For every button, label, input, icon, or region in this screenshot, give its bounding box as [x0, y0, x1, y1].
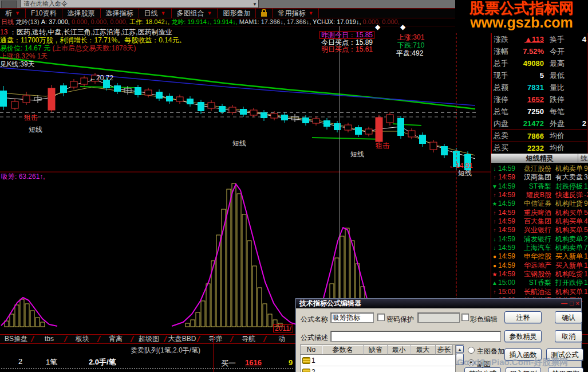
- toolbar-button-6[interactable]: 图形叠加: [218, 9, 256, 18]
- alert-value: 40: [584, 217, 588, 226]
- alert-row[interactable]: ●14:59申华控股买入新单1: [491, 252, 588, 261]
- circle-icon: ●: [491, 261, 498, 270]
- alert-row[interactable]: ★14:59中信证券机构吐货99: [491, 199, 588, 208]
- toolbar-button-1[interactable]: F10资料: [26, 9, 62, 18]
- quote-cell: 内盘: [494, 119, 512, 129]
- alert-row[interactable]: ↓14:59盘江股份机构卖单90: [491, 165, 588, 173]
- site-watermark: 股票公式指标网 www.gszb.com: [455, 0, 588, 33]
- table-header-1[interactable]: 参数名: [322, 345, 364, 355]
- toolbar-button-3[interactable]: 选择指标: [101, 9, 139, 18]
- alert-time: 14:59: [498, 252, 518, 261]
- quote-row: 涨停1652跌停: [492, 93, 587, 105]
- table-header-5[interactable]: 步长: [436, 345, 453, 355]
- alert-row[interactable]: ↑14:59汉商集团有大卖盘34: [491, 173, 588, 182]
- alert-row[interactable]: ▼14:59ST香梨封跌停板10: [491, 182, 588, 191]
- bottom-tab-背离[interactable]: 背离: [100, 335, 132, 343]
- bottom-tab-板块[interactable]: 板块: [66, 335, 98, 343]
- quote-row: 总笔7250每笔: [492, 105, 587, 118]
- alert-row[interactable]: ★14:59宝钢股份机构吃货16: [491, 270, 588, 279]
- command-input[interactable]: 请在此输入命令 ▼: [21, 0, 259, 8]
- color-edit-checkbox[interactable]: [461, 314, 469, 321]
- password-protect-checkbox[interactable]: [377, 314, 385, 321]
- table-header-3[interactable]: 最小: [388, 345, 411, 355]
- down-triangle-icon: ▼: [491, 182, 498, 191]
- alert-value: 34: [584, 173, 588, 182]
- alert-time: 15:00: [498, 288, 518, 296]
- password-input[interactable]: [417, 312, 460, 323]
- alert-row[interactable]: ↑14:59百大集团机构买单40: [491, 217, 588, 226]
- chevron-down-icon[interactable]: ▼: [252, 1, 257, 8]
- main-chart-overlay-radio[interactable]: [468, 347, 475, 354]
- bottom-tab-超级图[interactable]: 超级图: [133, 335, 165, 343]
- alert-row[interactable]: ●14:59华远地产买入新单1: [491, 261, 588, 270]
- chart-label: 吸筹: 63.261↑,: [1, 173, 45, 180]
- bottom-tab-大盘BBD[interactable]: 大盘BBD: [166, 335, 198, 343]
- text-segment: 上涨:8.32% 1天: [0, 52, 48, 60]
- maximize-icon[interactable]: □: [570, 299, 574, 308]
- chart-label: 平盘:492: [396, 50, 423, 57]
- quote-cell: 均价: [550, 131, 569, 141]
- buy-one-extra: 9: [289, 358, 293, 367]
- bottom-tab-导航[interactable]: 导航: [232, 335, 265, 343]
- table-header-0[interactable]: No: [301, 345, 322, 355]
- bottom-tab-导弹[interactable]: 导弹: [199, 335, 231, 343]
- dialog-titlebar[interactable]: 技术指标公式编辑器 — □ ×: [296, 299, 581, 308]
- formula-name-input[interactable]: [330, 312, 374, 323]
- alert-stock-name: 浦发银行: [518, 235, 551, 244]
- quote-cell: 涨幅: [494, 46, 512, 57]
- minimize-icon[interactable]: —: [561, 299, 567, 308]
- alert-row[interactable]: ↑14:59重庆啤酒机构买单56: [491, 209, 588, 217]
- parameter-row[interactable]: 2: [301, 366, 463, 372]
- param-wizard-button[interactable]: 参数精灵: [504, 330, 542, 342]
- buy-rule-button[interactable]: 买入规则: [506, 367, 541, 372]
- other-formula-button[interactable]: 其它公式: [464, 367, 501, 372]
- formula-desc-input[interactable]: [330, 331, 501, 342]
- alert-event: 机构买单: [555, 217, 584, 226]
- alert-row[interactable]: ↓14:59浦发银行机构卖单22: [491, 235, 588, 244]
- comment-button[interactable]: 注释: [504, 311, 542, 323]
- toolbar-button-5[interactable]: 多图组合▼: [172, 9, 218, 18]
- toolbar-button-4[interactable]: 日线▼: [139, 9, 172, 18]
- alert-row[interactable]: ↑15:00长航油运机构买单19: [491, 288, 588, 296]
- alert-panel-header[interactable]: 短线精灵 统: [491, 154, 588, 163]
- bottom-tab-动[interactable]: 动: [266, 335, 298, 343]
- quote-cell: 7831: [512, 83, 544, 92]
- alert-stock-name: 耀皮B股: [518, 191, 551, 199]
- text-segment: (上市后总交易天数:1878天): [52, 44, 136, 52]
- queue-title: 委卖队列(1笔,2.0手/笔): [131, 346, 200, 355]
- dialog-title: 技术指标公式编辑器: [299, 299, 361, 307]
- alert-stock-name: 重庆啤酒: [518, 209, 551, 217]
- up-arrow-icon: ↑: [491, 226, 498, 234]
- quote-cell: 7.52%: [512, 47, 544, 56]
- text-segment: 0.000, 0.000,: [363, 18, 400, 25]
- alert-row[interactable]: ↓14:59上海汽车机构卖单72: [491, 244, 588, 252]
- table-header-4[interactable]: 最大: [411, 345, 436, 355]
- alert-value: 22: [584, 235, 588, 244]
- bottom-tab-BS操盘[interactable]: BS操盘: [0, 335, 32, 343]
- alert-stock-name: 长航油运: [518, 288, 551, 296]
- close-icon[interactable]: ×: [576, 299, 579, 308]
- alert-panel-right-tab[interactable]: 统: [578, 154, 587, 163]
- toolbar-button-2[interactable]: 选择股票: [62, 9, 101, 18]
- quote-cell: 最高: [550, 58, 569, 69]
- ban-period-button[interactable]: 禁用周期: [548, 367, 583, 372]
- alert-row[interactable]: ↑14:59兴业银行机构买单59: [491, 226, 588, 234]
- toolbar-button-8[interactable]: 常用指标▼: [273, 9, 319, 18]
- parameter-row[interactable]: 1: [301, 355, 463, 366]
- quote-row: 总买2232均价: [492, 142, 587, 154]
- cancel-button[interactable]: 取消: [555, 330, 582, 342]
- alert-row[interactable]: ↑14:59耀皮B股快速反弹-2: [491, 191, 588, 199]
- lock-icon-button[interactable]: [256, 9, 273, 18]
- queue-count: 1笔: [46, 357, 57, 367]
- table-header-2[interactable]: 缺省: [364, 345, 388, 355]
- chart-canvas[interactable]: [0, 25, 491, 334]
- bottom-tab-tbs[interactable]: tbs: [33, 335, 65, 343]
- stock-rise-line: 上涨:8.32% 1天: [0, 53, 48, 60]
- chart-label: 上涨:301: [397, 34, 424, 41]
- chart-label: 明日买点：15.61: [321, 46, 373, 53]
- alert-row[interactable]: ▲15:00ST香梨打开跌停10: [491, 279, 588, 287]
- scroll-up-icon[interactable]: ▲: [456, 345, 464, 353]
- alert-event: 买入新单: [555, 261, 584, 270]
- toolbar-button-0[interactable]: 析▼: [0, 9, 26, 18]
- ok-button[interactable]: 确认: [555, 311, 582, 323]
